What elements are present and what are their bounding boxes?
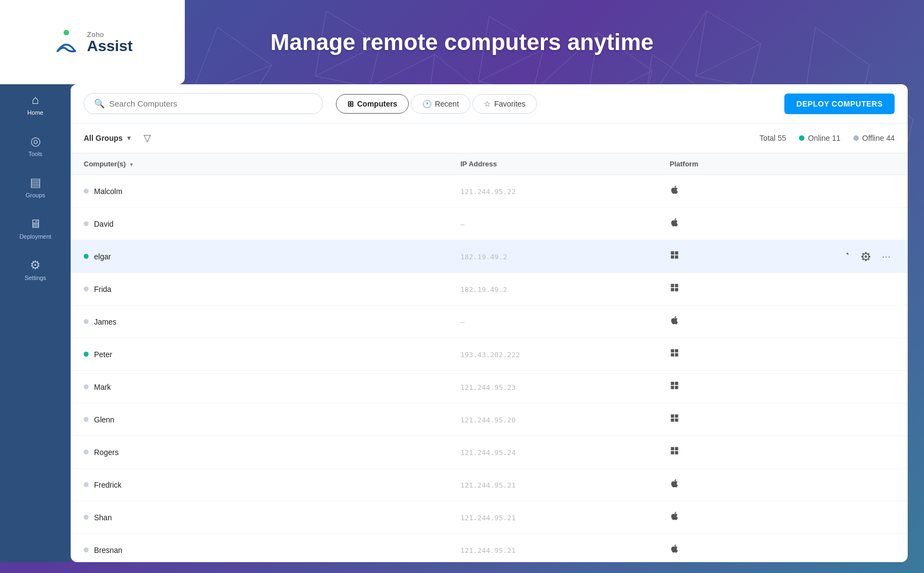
more-options-button[interactable]: ···	[879, 183, 893, 200]
ip-address-text: 193.43.202.222	[460, 351, 520, 359]
connect-button[interactable]	[837, 314, 852, 329]
status-dot	[84, 352, 89, 357]
cell-actions: ···	[824, 534, 908, 563]
connect-button[interactable]	[837, 510, 852, 525]
filter-button[interactable]: ▽	[141, 130, 153, 146]
remote-settings-button[interactable]	[859, 380, 873, 394]
svg-point-32	[865, 353, 867, 355]
cell-name: Shan	[71, 501, 447, 534]
table-row[interactable]: David – ···	[71, 208, 908, 240]
table-row[interactable]: Bresnan 121.244.95.21 ···	[71, 534, 908, 563]
connect-button[interactable]	[837, 543, 852, 558]
more-options-button[interactable]: ···	[879, 281, 893, 297]
cell-platform	[657, 240, 824, 273]
platform-icon	[670, 186, 679, 197]
remote-settings-button[interactable]	[859, 315, 873, 329]
more-options-button[interactable]: ···	[879, 215, 893, 232]
remote-settings-button[interactable]	[859, 184, 873, 198]
sidebar-item-home[interactable]: ⌂ Home	[0, 84, 71, 126]
more-options-button[interactable]: ···	[879, 411, 893, 428]
more-options-button[interactable]: ···	[879, 476, 893, 493]
tab-favorites[interactable]: ☆ Favorites	[472, 94, 537, 114]
status-dot	[84, 515, 89, 520]
connect-button[interactable]	[837, 477, 852, 493]
home-icon: ⌂	[32, 94, 39, 106]
remote-settings-button[interactable]	[859, 413, 873, 427]
more-options-button[interactable]: ···	[879, 509, 893, 526]
status-dot	[84, 254, 89, 259]
table-row[interactable]: Rogers 121.244.95.24 ···	[71, 436, 908, 469]
more-options-button[interactable]: ···	[879, 541, 893, 558]
sidebar-item-deployment[interactable]: 🖥 Deployment	[0, 208, 71, 250]
cell-actions: ···	[824, 501, 908, 534]
logo-assist-text: Assist	[87, 39, 133, 54]
search-box[interactable]: 🔍	[84, 93, 323, 114]
more-options-button[interactable]: ···	[879, 313, 893, 330]
remote-settings-button[interactable]	[859, 543, 873, 557]
remote-settings-button[interactable]	[859, 282, 873, 296]
remote-settings-button[interactable]	[859, 445, 873, 459]
connect-button[interactable]	[837, 445, 852, 460]
table-row[interactable]: elgar 182.19.49.2 ···	[71, 240, 908, 273]
total-stat: Total 55	[759, 134, 786, 142]
sidebar-item-tools[interactable]: ◎ Tools	[0, 126, 71, 167]
tab-group: ⊞ Computers 🕐 Recent ☆ Favorites	[336, 94, 537, 114]
connect-button[interactable]	[837, 216, 852, 232]
table-row[interactable]: Fredrick 121.244.95.21 ···	[71, 469, 908, 501]
tab-recent[interactable]: 🕐 Recent	[411, 94, 470, 114]
remote-settings-button[interactable]	[859, 510, 873, 525]
table-row[interactable]: Glenn 121.244.95.20 ···	[71, 403, 908, 436]
tools-icon: ◎	[30, 135, 41, 147]
more-options-button[interactable]: ···	[879, 248, 893, 265]
ip-address-text: 121.244.95.21	[460, 481, 516, 489]
tab-computers[interactable]: ⊞ Computers	[336, 94, 409, 114]
group-selector[interactable]: All Groups ▾	[84, 130, 130, 146]
more-options-button[interactable]: ···	[879, 346, 893, 363]
cell-platform	[657, 208, 824, 240]
remote-settings-button[interactable]	[859, 347, 873, 362]
more-options-button[interactable]: ···	[879, 378, 893, 395]
remote-settings-button[interactable]	[859, 217, 873, 231]
cell-platform	[657, 371, 824, 403]
connect-button[interactable]	[837, 282, 852, 297]
top-bar: 🔍 ⊞ Computers 🕐 Recent ☆ Favorites DEPLO…	[71, 84, 908, 123]
sidebar-item-groups-label: Groups	[26, 192, 45, 198]
cell-name: Malcolm	[71, 175, 447, 208]
svg-point-28	[865, 288, 867, 290]
online-label: Online 11	[808, 134, 840, 142]
connect-button[interactable]	[837, 249, 852, 264]
ip-address-text: –	[460, 220, 465, 228]
table-row[interactable]: Frida 182.19.49.2 ···	[71, 273, 908, 306]
ip-address-text: 121.244.95.22	[460, 188, 516, 196]
sidebar-item-groups[interactable]: ▤ Groups	[0, 167, 71, 208]
table-row[interactable]: Mark 121.244.95.23 ···	[71, 371, 908, 403]
svg-point-24	[865, 223, 867, 225]
cell-platform	[657, 436, 824, 469]
cell-actions: ···	[824, 208, 908, 240]
status-dot	[84, 384, 89, 389]
table-row[interactable]: Malcolm 121.244.95.22 ···	[71, 175, 908, 208]
table-row[interactable]: Peter 193.43.202.222 ···	[71, 338, 908, 371]
connect-button[interactable]	[837, 412, 852, 427]
tab-recent-label: Recent	[435, 99, 459, 108]
connect-button[interactable]	[837, 184, 852, 199]
connect-button[interactable]	[837, 379, 852, 395]
deploy-computers-button[interactable]: DEPLOY COMPUTERS	[784, 94, 895, 114]
status-dot	[84, 547, 89, 552]
cell-actions: ···	[824, 273, 908, 306]
connect-button[interactable]	[837, 347, 852, 362]
svg-marker-25	[862, 252, 870, 260]
table-row[interactable]: James – ···	[71, 306, 908, 338]
sidebar-item-settings[interactable]: ⚙ Settings	[0, 250, 71, 291]
table-row[interactable]: Shan 121.244.95.21 ···	[71, 501, 908, 534]
search-input[interactable]	[109, 99, 313, 108]
computer-name-text: Mark	[94, 383, 111, 391]
more-options-button[interactable]: ···	[879, 444, 893, 460]
remote-settings-button[interactable]	[859, 250, 873, 264]
platform-icon	[670, 382, 679, 393]
offline-label: Offline 44	[862, 134, 895, 142]
remote-settings-button[interactable]	[859, 478, 873, 492]
svg-marker-37	[862, 448, 870, 456]
computer-name-text: elgar	[94, 252, 111, 261]
sidebar-item-settings-label: Settings	[24, 275, 46, 281]
